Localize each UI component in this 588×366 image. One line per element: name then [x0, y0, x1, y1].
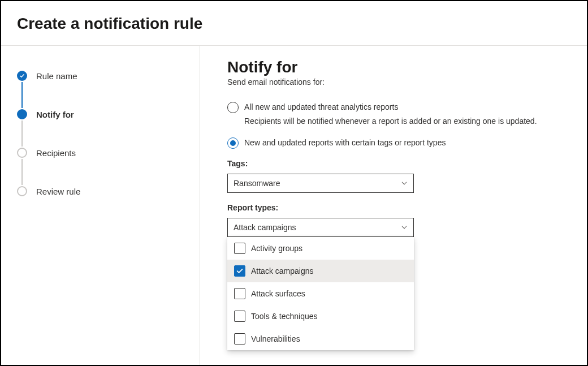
- step-label: Notify for: [36, 110, 74, 119]
- check-circle-icon: [17, 71, 27, 81]
- option-label: Vulnerabilities: [251, 334, 300, 343]
- step-connector: [21, 82, 23, 108]
- checkbox-icon: [234, 311, 245, 322]
- report-types-listbox[interactable]: Activity groups Attack campaigns Attack …: [227, 237, 414, 350]
- step-label: Review rule: [36, 187, 80, 196]
- pending-step-icon: [17, 186, 27, 196]
- report-types-value: Attack campaigns: [234, 223, 401, 232]
- radio-description: Recipients will be notified whenever a r…: [244, 115, 564, 127]
- step-connector: [21, 120, 23, 147]
- radio-icon: [227, 137, 239, 149]
- option-label: Attack surfaces: [251, 289, 305, 298]
- option-label: Activity groups: [251, 244, 302, 253]
- checkbox-checked-icon: [234, 265, 245, 277]
- chevron-down-icon: [401, 224, 408, 231]
- option-vulnerabilities[interactable]: Vulnerabilities: [227, 328, 414, 350]
- section-subtitle: Send email notifications for:: [227, 77, 564, 87]
- tags-label: Tags:: [227, 159, 564, 168]
- radio-certain-tags[interactable]: New and updated reports with certain tag…: [227, 137, 564, 149]
- checkbox-icon: [234, 243, 245, 254]
- step-label: Rule name: [36, 71, 77, 81]
- step-recipients[interactable]: Recipients: [17, 147, 200, 159]
- current-step-icon: [17, 109, 27, 119]
- option-activity-groups[interactable]: Activity groups: [227, 237, 414, 260]
- pending-step-icon: [17, 148, 27, 158]
- main-panel: Notify for Send email notifications for:…: [200, 46, 587, 365]
- checkbox-icon: [234, 288, 245, 299]
- step-notify-for[interactable]: Notify for: [17, 108, 200, 120]
- radio-label: New and updated reports with certain tag…: [244, 137, 446, 148]
- step-rule-name[interactable]: Rule name: [17, 70, 200, 82]
- option-attack-surfaces[interactable]: Attack surfaces: [227, 282, 414, 305]
- option-tools-techniques[interactable]: Tools & techniques: [227, 305, 414, 328]
- header: Create a notification rule: [1, 1, 587, 46]
- chevron-down-icon: [401, 180, 408, 187]
- radio-icon: [227, 102, 239, 113]
- report-types-dropdown[interactable]: Attack campaigns: [227, 218, 414, 237]
- tags-dropdown[interactable]: Ransomware: [227, 174, 414, 193]
- option-label: Tools & techniques: [251, 312, 318, 321]
- option-attack-campaigns[interactable]: Attack campaigns: [227, 260, 414, 282]
- report-types-label: Report types:: [227, 203, 564, 212]
- section-heading: Notify for: [227, 58, 564, 76]
- step-label: Recipients: [36, 148, 76, 158]
- radio-all-reports[interactable]: All new and updated threat analytics rep…: [227, 101, 564, 113]
- tags-value: Ransomware: [234, 179, 401, 188]
- checkbox-icon: [234, 333, 245, 345]
- step-review-rule[interactable]: Review rule: [17, 185, 200, 197]
- option-label: Attack campaigns: [251, 266, 314, 275]
- stepper: Rule name Notify for Recipients Review r…: [1, 46, 200, 365]
- step-connector: [21, 159, 23, 185]
- radio-label: All new and updated threat analytics rep…: [244, 101, 398, 113]
- page-title: Create a notification rule: [17, 15, 571, 33]
